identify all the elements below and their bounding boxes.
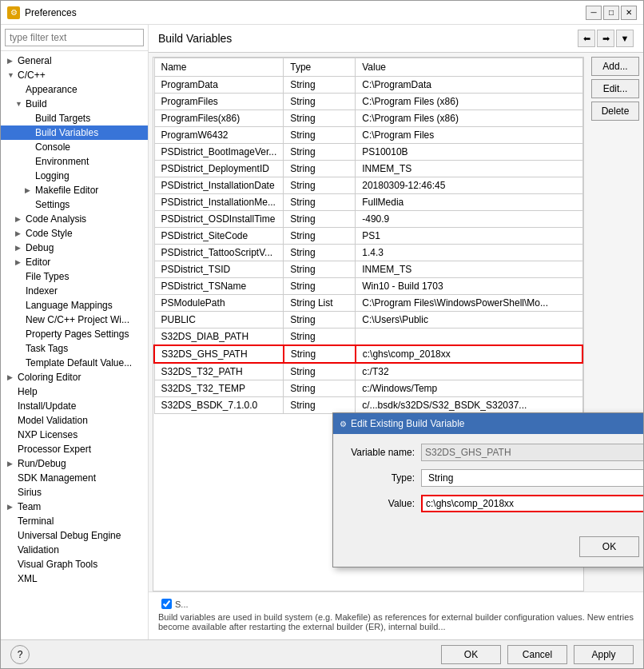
cell-value: Win10 - Build 1703 bbox=[356, 278, 582, 295]
sidebar-item-appearance[interactable]: Appearance bbox=[1, 82, 148, 97]
dialog-ok-button[interactable]: OK bbox=[579, 536, 639, 557]
sidebar-item-sdk-management[interactable]: SDK Management bbox=[1, 471, 148, 485]
sidebar-item-property-pages[interactable]: Property Pages Settings bbox=[1, 327, 148, 341]
minimize-button[interactable]: ─ bbox=[586, 6, 602, 20]
sidebar-item-team[interactable]: ▶Team bbox=[1, 500, 148, 514]
sidebar-item-new-cpp[interactable]: New C/C++ Project Wi... bbox=[1, 313, 148, 327]
table-row[interactable]: ProgramFiles(x86)StringC:\Program Files … bbox=[154, 110, 582, 127]
cell-type: String bbox=[284, 380, 356, 397]
sidebar-item-universal-debug[interactable]: Universal Debug Engine bbox=[1, 528, 148, 543]
action-btn-add[interactable]: Add... bbox=[591, 57, 639, 76]
sidebar-item-template-defaults[interactable]: Template Default Value... bbox=[1, 356, 148, 370]
dropdown-button[interactable]: ▼ bbox=[616, 30, 634, 47]
table-row[interactable]: PSDistrict_DeploymentIDStringINMEM_TS bbox=[154, 161, 582, 177]
cell-value: C:\Program Files bbox=[356, 127, 582, 144]
content-wrapper: Name Type Value ProgramDataStringC:\Prog… bbox=[149, 53, 643, 639]
sidebar-item-file-types[interactable]: File Types bbox=[1, 269, 148, 284]
table-row[interactable]: PSModulePathString ListC:\Program Files\… bbox=[154, 295, 582, 312]
table-row[interactable]: PSDistrict_TattooScriptV...String1.4.3 bbox=[154, 245, 582, 261]
table-row[interactable]: S32DS_DIAB_PATHString bbox=[154, 329, 582, 346]
sidebar-item-makefile-editor[interactable]: ▶Makefile Editor bbox=[1, 183, 148, 197]
search-input[interactable] bbox=[5, 29, 144, 46]
dialog-title-text: Edit Existing Build Variable bbox=[351, 418, 465, 429]
table-row[interactable]: PSDistrict_TSIDStringINMEM_TS bbox=[154, 261, 582, 278]
sidebar-item-debug[interactable]: ▶Debug bbox=[1, 241, 148, 255]
cell-type: String bbox=[284, 127, 356, 144]
sidebar-item-cpp[interactable]: ▼C/C++ bbox=[1, 68, 148, 82]
sidebar-item-sirius[interactable]: Sirius bbox=[1, 485, 148, 500]
table-row[interactable]: S32DS_BSDK_7.1.0.0Stringc/...bsdk/s32DS/… bbox=[154, 397, 582, 414]
sidebar-item-validation[interactable]: Validation bbox=[1, 543, 148, 557]
apply-button[interactable]: Apply bbox=[574, 645, 634, 664]
value-input[interactable] bbox=[421, 495, 643, 512]
table-row[interactable]: PSDistrict_InstallationDateString2018030… bbox=[154, 177, 582, 194]
panel-header: Build Variables ⬅ ➡ ▼ bbox=[149, 25, 643, 53]
sidebar-item-build-variables[interactable]: Build Variables bbox=[1, 125, 148, 140]
variable-name-input[interactable] bbox=[421, 444, 643, 461]
sidebar-item-build-targets[interactable]: Build Targets bbox=[1, 111, 148, 125]
sidebar-item-processor-expert[interactable]: Processor Expert bbox=[1, 442, 148, 456]
sidebar-item-build[interactable]: ▼Build bbox=[1, 97, 148, 111]
right-panel: Build Variables ⬅ ➡ ▼ Name bbox=[149, 25, 643, 639]
sidebar-item-terminal[interactable]: Terminal bbox=[1, 514, 148, 528]
sidebar-item-label: Coloring Editor bbox=[18, 372, 81, 383]
table-row[interactable]: PSDistrict_TSNameStringWin10 - Build 170… bbox=[154, 278, 582, 295]
action-btn-edit[interactable]: Edit... bbox=[591, 79, 639, 98]
table-row[interactable]: PUBLICStringC:\Users\Public bbox=[154, 312, 582, 329]
sidebar-item-settings[interactable]: Settings bbox=[1, 197, 148, 212]
sidebar-item-editor[interactable]: ▶Editor bbox=[1, 255, 148, 269]
help-button[interactable]: ? bbox=[10, 645, 30, 664]
sidebar-item-xml[interactable]: XML bbox=[1, 571, 148, 586]
checkbox-label: S... bbox=[175, 599, 189, 609]
cell-name: S32DS_GHS_PATH bbox=[154, 345, 284, 363]
cell-name: PSDistrict_TSID bbox=[154, 261, 284, 278]
sidebar-item-run-debug[interactable]: ▶Run/Debug bbox=[1, 456, 148, 471]
sidebar-item-visual-graph[interactable]: Visual Graph Tools bbox=[1, 557, 148, 571]
sidebar-item-label: Build Variables bbox=[35, 127, 98, 138]
table-row[interactable]: S32DS_GHS_PATHStringc:\ghs\comp_2018xx bbox=[154, 345, 582, 363]
table-row[interactable]: ProgramFilesStringC:\Program Files (x86) bbox=[154, 94, 582, 110]
table-row[interactable]: ProgramW6432StringC:\Program Files bbox=[154, 127, 582, 144]
footer-cancel-button[interactable]: Cancel bbox=[507, 645, 567, 664]
cell-type: String bbox=[284, 144, 356, 161]
sidebar-item-code-style[interactable]: ▶Code Style bbox=[1, 226, 148, 241]
sidebar-item-general[interactable]: ▶General bbox=[1, 54, 148, 68]
type-select[interactable]: StringString ListPath List bbox=[421, 469, 643, 487]
table-row[interactable]: S32DS_T32_PATHStringc:/T32 bbox=[154, 363, 582, 380]
sidebar-item-console[interactable]: Console bbox=[1, 140, 148, 154]
maximize-button[interactable]: □ bbox=[603, 6, 619, 20]
table-row[interactable]: S32DS_T32_TEMPStringc:/Windows/Temp bbox=[154, 380, 582, 397]
sidebar-item-coloring-editor[interactable]: ▶Coloring Editor bbox=[1, 370, 148, 384]
cell-type: String bbox=[284, 397, 356, 414]
sidebar-item-code-analysis[interactable]: ▶Code Analysis bbox=[1, 212, 148, 226]
cell-type: String bbox=[284, 161, 356, 177]
cell-value: PS10010B bbox=[356, 144, 582, 161]
cell-type: String bbox=[284, 194, 356, 211]
sidebar-item-indexer[interactable]: Indexer bbox=[1, 284, 148, 298]
type-label: Type: bbox=[343, 472, 415, 484]
forward-button[interactable]: ➡ bbox=[597, 30, 614, 47]
footer-ok-button[interactable]: OK bbox=[441, 645, 501, 664]
cell-value: c:/T32 bbox=[356, 363, 582, 380]
cell-value: PS1 bbox=[356, 228, 582, 245]
table-row[interactable]: PSDistrict_InstallationMe...StringFullMe… bbox=[154, 194, 582, 211]
table-row[interactable]: PSDistrict_SiteCodeStringPS1 bbox=[154, 228, 582, 245]
sidebar-item-model-validation[interactable]: Model Validation bbox=[1, 413, 148, 428]
table-row[interactable]: PSDistrict_OSDInstallTimeString-490.9 bbox=[154, 211, 582, 228]
sidebar-item-language-mappings[interactable]: Language Mappings bbox=[1, 298, 148, 313]
sidebar-item-help[interactable]: Help bbox=[1, 384, 148, 399]
action-btn-delete[interactable]: Delete bbox=[591, 102, 639, 121]
sidebar-item-logging[interactable]: Logging bbox=[1, 169, 148, 183]
sidebar-item-task-tags[interactable]: Task Tags bbox=[1, 341, 148, 356]
checkbox[interactable] bbox=[161, 599, 172, 609]
cell-value: c:\ghs\comp_2018xx bbox=[356, 345, 582, 363]
back-button[interactable]: ⬅ bbox=[578, 30, 595, 47]
close-button[interactable]: ✕ bbox=[621, 6, 637, 20]
tree-arrow: ▼ bbox=[15, 100, 23, 108]
table-row[interactable]: PSDistrict_BootImageVer...StringPS10010B bbox=[154, 144, 582, 161]
cell-name: PSDistrict_DeploymentID bbox=[154, 161, 284, 177]
sidebar-item-install-update[interactable]: Install/Update bbox=[1, 399, 148, 413]
sidebar-item-environment[interactable]: Environment bbox=[1, 154, 148, 169]
table-row[interactable]: ProgramDataStringC:\ProgramData bbox=[154, 77, 582, 94]
sidebar-item-nxp-licenses[interactable]: NXP Licenses bbox=[1, 428, 148, 442]
